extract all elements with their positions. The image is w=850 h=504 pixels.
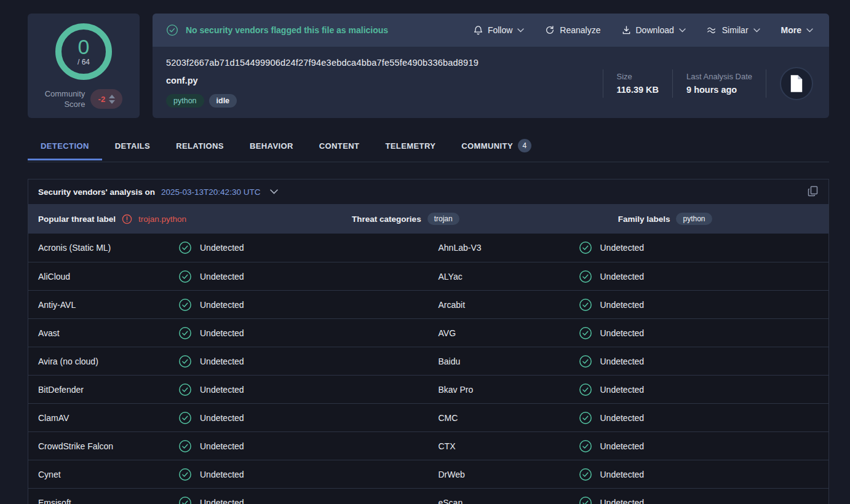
vendor-status: Undetected [178,496,244,504]
table-row: CynetUndetectedDrWebUndetected [28,460,828,488]
status-text: Undetected [600,413,645,423]
family-label-pill[interactable]: python [676,213,712,225]
vendor-status: Undetected [178,241,244,254]
vendor-cell: ArcabitUndetected [429,291,829,318]
vendor-cell: CTXUndetected [429,432,829,460]
tab-content[interactable]: CONTENT [306,134,373,160]
check-circle-icon [166,24,178,36]
vendor-status: Undetected [579,270,645,283]
status-text: Undetected [600,243,645,253]
check-circle-icon [579,411,592,425]
vendor-status: Undetected [579,298,645,312]
tag-python[interactable]: python [166,94,204,108]
vendor-table: Acronis (Static ML)UndetectedAhnLab-V3Un… [28,234,828,504]
vendor-status: Undetected [178,298,244,312]
vendor-cell: BaiduUndetected [429,347,829,375]
vendor-name: Bkav Pro [439,385,579,395]
vote-up-icon[interactable] [109,95,115,98]
tab-label: DETAILS [115,141,150,151]
copy-button[interactable] [806,184,820,200]
status-text: Undetected [200,470,244,479]
vendor-cell: Avira (no cloud)Undetected [28,347,429,375]
vendor-name: CrowdStrike Falcon [38,441,178,451]
status-text: Undetected [200,441,244,451]
vendor-status: Undetected [579,383,645,396]
analysis-header: Security vendors' analysis on 2025-03-13… [28,179,828,204]
chevron-down-icon[interactable] [270,189,278,194]
status-text: Undetected [600,328,645,338]
check-circle-icon [178,355,192,368]
filetype-badge [780,67,813,100]
community-score-badge[interactable]: -2 [90,89,122,109]
detections-count: 0 [78,37,90,56]
chevron-down-icon [679,28,686,33]
threat-category-pill[interactable]: trojan [427,213,459,225]
vendor-cell: AliCloudUndetected [28,262,429,290]
tab-community[interactable]: COMMUNITY 4 [448,132,544,162]
file-hash[interactable]: 5203f2667ab71d154499906d24f27f94e3ebdca4… [166,58,479,68]
popular-threat-label-title: Popular threat label [38,215,116,224]
tab-telemetry[interactable]: TELEMETRY [372,134,448,160]
vendor-cell: Antiy-AVLUndetected [28,291,429,318]
vendor-status: Undetected [579,496,645,504]
status-text: Undetected [600,356,645,366]
check-circle-icon [579,355,592,368]
tab-relations[interactable]: RELATIONS [163,134,237,160]
follow-button[interactable]: Follow [474,25,524,36]
document-icon [788,74,804,93]
vendor-status: Undetected [178,326,244,340]
analysis-title: Security vendors' analysis on [38,187,155,197]
vendor-name: Antiy-AVL [38,300,178,310]
vendor-name: AhnLab-V3 [439,243,579,253]
reanalyze-label: Reanalyze [560,25,600,35]
similar-button[interactable]: Similar [707,25,760,35]
vendor-name: ClamAV [38,413,178,423]
check-circle-icon [178,439,192,453]
file-name: conf.py [166,76,479,85]
download-button[interactable]: Download [622,25,686,35]
check-circle-icon [178,270,192,283]
vendor-name: Arcabit [439,300,579,310]
vendor-name: BitDefender [38,385,178,395]
status-text: Undetected [200,413,244,423]
vendor-cell: ALYacUndetected [429,262,829,290]
vendor-cell: Acronis (Static ML)Undetected [28,234,429,262]
file-header-card: No security vendors flagged this file as… [153,14,829,118]
vendor-status: Undetected [579,439,645,453]
file-info: 5203f2667ab71d154499906d24f27f94e3ebdca4… [166,58,479,108]
tab-label: CONTENT [319,141,360,151]
tag-idle[interactable]: idle [209,94,237,108]
download-icon [622,25,631,35]
reanalyze-button[interactable]: Reanalyze [545,25,600,35]
score-card: 0 / 64 CommunityScore -2 [28,14,140,118]
table-row: BitDefenderUndetectedBkav ProUndetected [28,375,828,403]
vendor-cell: eScanUndetected [429,489,829,504]
threat-label-value: trojan.python [138,215,186,224]
vendor-cell: ClamAVUndetected [28,404,429,431]
vendor-cell: AvastUndetected [28,319,429,347]
chevron-down-icon [753,28,760,33]
table-row: EmsisoftUndetectedeScanUndetected [28,488,828,504]
vendor-status: Undetected [579,241,645,254]
tab-label: COMMUNITY [461,141,513,151]
more-button[interactable]: More [781,25,813,35]
check-circle-icon [178,411,192,425]
tab-details[interactable]: DETAILS [102,134,163,160]
analysis-date[interactable]: 2025-03-13T20:42:30 UTC [161,187,260,197]
file-tags: python idle [166,94,479,108]
check-circle-icon [579,326,592,340]
refresh-icon [545,25,555,35]
vendor-cell: CynetUndetected [28,460,429,488]
vendor-status: Undetected [178,270,244,283]
vendor-name: CTX [439,441,579,451]
check-circle-icon [579,270,592,283]
table-row: Avira (no cloud)UndetectedBaiduUndetecte… [28,347,828,375]
action-buttons: Follow Reanalyze Download Similar [474,25,813,36]
chevron-down-icon [517,28,524,33]
tab-detection[interactable]: DETECTION [28,134,102,160]
vendor-name: AVG [439,328,579,338]
check-circle-icon [579,383,592,396]
tab-behavior[interactable]: BEHAVIOR [237,134,306,160]
verdict-text: No security vendors flagged this file as… [186,25,388,35]
vote-down-icon[interactable] [109,100,115,104]
